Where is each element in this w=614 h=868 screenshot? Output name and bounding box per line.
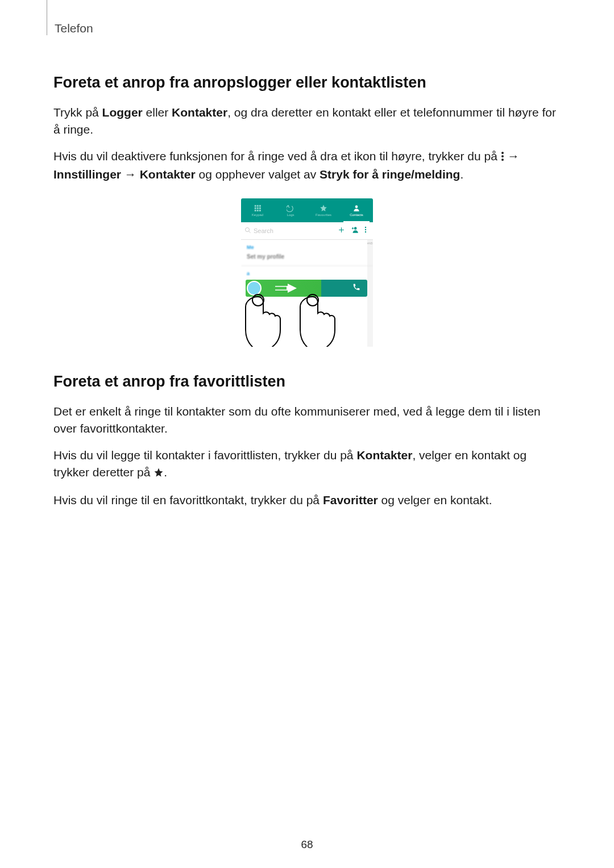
svg-rect-5 <box>259 205 261 207</box>
svg-rect-24 <box>275 286 287 289</box>
figure-tabbar: Keypad Logs Favourites Contacts <box>241 198 373 222</box>
svg-rect-6 <box>255 207 256 209</box>
svg-point-22 <box>365 231 366 232</box>
svg-rect-10 <box>257 210 259 211</box>
text: Hvis du vil legge til kontakter i favori… <box>53 448 356 462</box>
text: Hvis du vil deaktivere funksjonen for å … <box>53 149 501 163</box>
svg-rect-11 <box>259 210 261 211</box>
tab-logs: Logs <box>274 198 307 222</box>
logs-icon <box>287 204 294 212</box>
paragraph: Hvis du vil legge til kontakter i favori… <box>53 447 561 483</box>
heading-call-from-logs: Foreta et anrop fra anropslogger eller k… <box>53 74 561 92</box>
paragraph: Trykk på Logger eller Kontakter, og dra … <box>53 104 561 139</box>
svg-point-21 <box>365 229 366 230</box>
figure-list: #ABCDEFGHIJKLM Me Set my profile a <box>241 240 373 347</box>
heading-call-from-favourites: Foreta et anrop fra favorittlisten <box>53 373 561 391</box>
svg-rect-9 <box>255 210 256 211</box>
text-bold: Kontakter <box>140 168 196 181</box>
figure-searchbar: Search <box>241 222 373 240</box>
text-bold: Innstillinger <box>53 168 121 181</box>
text: → <box>121 168 140 181</box>
hand-pointer-right-icon <box>293 292 356 347</box>
paragraph: Det er enkelt å ringe til kontakter som … <box>53 403 561 438</box>
person-icon <box>352 204 360 212</box>
text: → <box>504 149 520 163</box>
chapter-label: Telefon <box>55 22 561 35</box>
text-bold: Logger <box>102 106 143 119</box>
tab-favourites: Favourites <box>307 198 340 222</box>
text: . <box>460 168 463 181</box>
hand-pointer-left-icon <box>241 292 301 347</box>
more-icon <box>364 226 367 236</box>
svg-point-17 <box>354 227 357 230</box>
svg-point-0 <box>501 152 504 154</box>
svg-point-12 <box>355 205 358 208</box>
tab-label: Favourites <box>316 213 331 217</box>
search-placeholder: Search <box>254 227 335 234</box>
plus-icon <box>338 226 345 236</box>
star-icon <box>320 204 327 212</box>
tab-keypad: Keypad <box>241 198 274 222</box>
star-icon <box>154 465 164 482</box>
svg-rect-3 <box>255 205 256 207</box>
paragraph: Hvis du vil ringe til en favorittkontakt… <box>53 492 561 509</box>
header-rule <box>47 0 47 35</box>
svg-point-2 <box>501 159 504 161</box>
svg-rect-7 <box>257 207 259 209</box>
section-letter: a <box>241 266 373 279</box>
text: Hvis du vil ringe til en favorittkontakt… <box>53 493 323 506</box>
text: eller <box>143 106 172 119</box>
add-contact-icon <box>351 226 359 236</box>
svg-rect-8 <box>259 207 261 209</box>
figure-swipe-to-call: Keypad Logs Favourites Contacts Sear <box>53 198 561 347</box>
set-my-profile: Set my profile <box>241 251 373 266</box>
text: Trykk på <box>53 106 102 119</box>
text-bold: Kontakter <box>172 106 227 119</box>
svg-point-13 <box>246 227 250 231</box>
tab-contacts: Contacts <box>340 198 373 222</box>
text: og opphever valget av <box>196 168 320 181</box>
tab-label: Keypad <box>252 213 263 217</box>
keypad-icon <box>254 204 262 212</box>
svg-point-20 <box>365 227 366 228</box>
text: og velger en kontakt. <box>378 493 492 506</box>
search-icon <box>244 226 251 236</box>
section-me: Me <box>241 240 373 251</box>
page-number: 68 <box>0 838 614 851</box>
text: . <box>164 466 167 479</box>
svg-line-14 <box>249 231 251 232</box>
svg-rect-4 <box>257 205 259 207</box>
text-bold: Favoritter <box>323 493 378 506</box>
swipe-arrow-icon <box>275 284 298 293</box>
text-bold: Stryk for å ringe/melding <box>320 168 460 181</box>
paragraph: Hvis du vil deaktivere funksjonen for å … <box>53 148 561 184</box>
text-bold: Kontakter <box>356 448 412 462</box>
tab-label: Logs <box>287 213 294 217</box>
tab-label: Contacts <box>350 213 363 217</box>
svg-point-1 <box>501 155 504 157</box>
